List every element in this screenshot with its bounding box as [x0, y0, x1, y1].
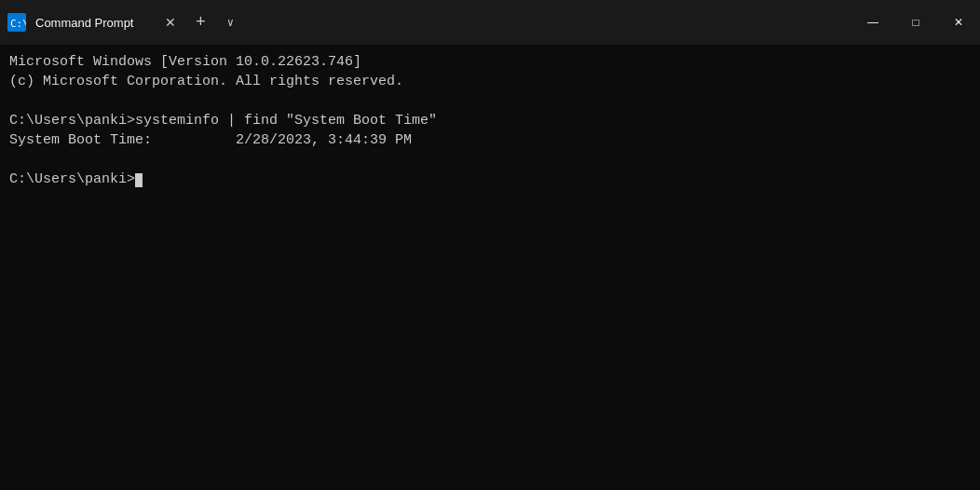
- cmd-icon: C:\: [7, 13, 26, 32]
- minimize-button[interactable]: —: [851, 0, 894, 45]
- terminal-line-7: C:\Users\panki>: [9, 170, 971, 189]
- cursor: [135, 173, 143, 187]
- window-controls: — □ ✕: [851, 0, 980, 45]
- tab-dropdown-button[interactable]: ∨: [217, 9, 243, 35]
- terminal-line-2: (c) Microsoft Corporation. All rights re…: [9, 72, 971, 91]
- terminal-body[interactable]: Microsoft Windows [Version 10.0.22623.74…: [0, 45, 980, 490]
- new-tab-button[interactable]: +: [187, 9, 213, 35]
- terminal-line-4: C:\Users\panki>systeminfo | find "System…: [9, 111, 971, 130]
- close-tab-button[interactable]: ✕: [157, 9, 184, 35]
- tab-area: ✕ + ∨: [157, 9, 243, 35]
- terminal-line-3: [9, 91, 971, 111]
- terminal-line-6: [9, 150, 971, 170]
- terminal-window: C:\ Command Prompt ✕ + ∨ — □ ✕ Microsoft…: [0, 0, 980, 490]
- close-button[interactable]: ✕: [937, 0, 980, 45]
- window-title: Command Prompt: [35, 16, 133, 30]
- terminal-line-5: System Boot Time: 2/28/2023, 3:44:39 PM: [9, 130, 971, 150]
- title-bar: C:\ Command Prompt ✕ + ∨ — □ ✕: [0, 0, 980, 45]
- terminal-line-1: Microsoft Windows [Version 10.0.22623.74…: [9, 52, 971, 72]
- title-bar-left: C:\ Command Prompt ✕ + ∨: [7, 9, 851, 35]
- maximize-button[interactable]: □: [894, 0, 937, 45]
- svg-text:C:\: C:\: [10, 18, 26, 30]
